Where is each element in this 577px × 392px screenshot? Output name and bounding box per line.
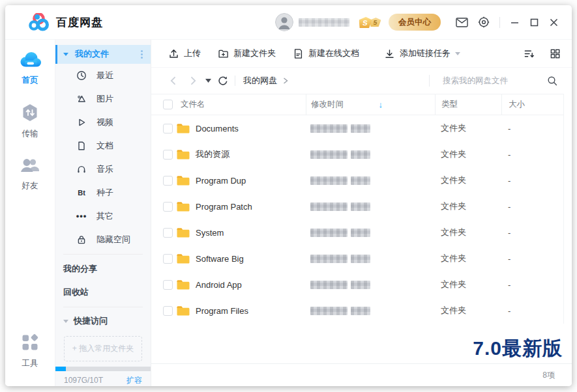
file-type: 文件夹 xyxy=(435,201,501,212)
row-checkbox[interactable] xyxy=(163,254,173,264)
file-type: 文件夹 xyxy=(435,175,501,186)
column-header-size[interactable]: 大小 xyxy=(501,94,563,115)
table-row[interactable]: Documents文件夹- xyxy=(151,115,563,141)
sidebar-item-label: 视频 xyxy=(96,117,113,128)
table-row[interactable]: Android App文件夹- xyxy=(151,272,563,298)
search-input[interactable] xyxy=(441,76,542,86)
more-menu-icon[interactable] xyxy=(141,50,143,59)
column-header-type[interactable]: 类型 xyxy=(435,94,501,115)
member-center-button[interactable]: 会员中心 xyxy=(389,14,441,31)
new-folder-button[interactable]: 新建文件夹 xyxy=(218,48,276,59)
search-icon[interactable] xyxy=(547,76,557,86)
sort-order-icon[interactable] xyxy=(521,46,537,61)
minimize-button[interactable] xyxy=(507,14,522,30)
file-type: 文件夹 xyxy=(435,148,501,160)
my-files-header[interactable]: 我的文件 xyxy=(55,45,151,64)
sidebar-item-label: 其它 xyxy=(96,210,113,222)
expand-storage-link[interactable]: 扩容 xyxy=(126,375,142,386)
file-name[interactable]: Program Dup xyxy=(196,176,306,186)
file-name[interactable]: Program Files xyxy=(196,306,306,316)
sidebar-item-2[interactable]: 图片 xyxy=(55,87,151,111)
sidebar-item-6[interactable]: Bt种子 xyxy=(55,181,151,204)
grid-view-icon[interactable] xyxy=(547,46,563,61)
file-name[interactable]: 我的资源 xyxy=(196,148,306,160)
row-checkbox[interactable] xyxy=(163,176,173,186)
upload-button[interactable]: 上传 xyxy=(168,48,201,59)
file-name[interactable]: Documents xyxy=(196,124,306,133)
forward-button[interactable] xyxy=(188,76,198,86)
user-avatar[interactable] xyxy=(275,13,293,31)
maximize-button[interactable] xyxy=(526,14,542,30)
sidebar-item-4[interactable]: 文档 xyxy=(55,134,151,158)
sidebar-shortcut-1[interactable]: 我的分享 xyxy=(55,257,151,281)
folder-icon xyxy=(176,175,190,186)
add-link-task-button[interactable]: 添加链接任务 xyxy=(384,48,460,59)
history-caret-icon[interactable] xyxy=(205,79,211,83)
clock-icon xyxy=(76,70,87,81)
divider xyxy=(63,307,143,307)
file-name[interactable]: Program Patch xyxy=(196,202,306,212)
new-online-doc-button[interactable]: 新建在线文档 xyxy=(293,48,359,59)
sidebar-item-home[interactable]: 首页 xyxy=(18,50,42,86)
sidebar-item-5[interactable]: 音乐 xyxy=(55,158,151,181)
sidebar-item-tools[interactable]: 工具 xyxy=(20,333,40,369)
vip-level-badge[interactable]: S 5 xyxy=(359,17,381,28)
sidebar-item-3[interactable]: 视频 xyxy=(55,111,151,134)
table-row[interactable]: Program Patch文件夹- xyxy=(151,193,563,219)
row-checkbox[interactable] xyxy=(163,280,173,290)
sidebar-item-8[interactable]: 隐藏空间 xyxy=(55,228,151,251)
settings-gear-icon[interactable] xyxy=(476,14,492,30)
file-size: - xyxy=(501,280,563,290)
sort-desc-icon[interactable]: ↓ xyxy=(379,100,383,109)
row-checkbox[interactable] xyxy=(163,202,173,212)
sidebar-item-label: 音乐 xyxy=(96,163,113,175)
file-name[interactable]: System xyxy=(196,228,306,238)
close-button[interactable] xyxy=(546,14,561,30)
transfer-icon xyxy=(20,103,40,125)
sidebar-item-friends[interactable]: 好友 xyxy=(20,156,40,191)
sidebar-item-7[interactable]: •••其它 xyxy=(55,204,151,228)
doc-icon xyxy=(76,141,87,151)
breadcrumb-chevron-icon xyxy=(283,77,288,84)
nav-rail: 首页 传输 xyxy=(5,40,55,386)
svip-s-icon: S xyxy=(358,17,372,28)
item-count: 8项 xyxy=(542,370,555,381)
new-folder-icon xyxy=(218,48,229,59)
table-row[interactable]: Program Dup文件夹- xyxy=(151,167,563,193)
select-all-checkbox[interactable] xyxy=(163,100,173,109)
main-content: 上传 新建文件夹 新建在线文档 xyxy=(151,40,572,386)
file-name[interactable]: Android App xyxy=(196,280,306,290)
storage-usage-label: 1097G/10T xyxy=(64,376,103,385)
divider xyxy=(235,76,235,86)
drop-folder-zone[interactable]: + 拖入常用文件夹 xyxy=(64,336,142,361)
row-checkbox[interactable] xyxy=(163,228,173,238)
sidebar-item-1[interactable]: 最近 xyxy=(55,64,151,87)
storage-progress-bar xyxy=(55,367,151,371)
column-header-name[interactable]: 文件名 xyxy=(181,99,306,110)
file-name[interactable]: Software Big xyxy=(196,254,306,264)
row-checkbox[interactable] xyxy=(163,150,173,160)
folder-icon xyxy=(176,279,190,290)
video-icon xyxy=(76,117,87,128)
table-row[interactable]: Program Files文件夹- xyxy=(151,298,563,324)
breadcrumb[interactable]: 我的网盘 xyxy=(243,75,277,87)
row-checkbox[interactable] xyxy=(163,306,173,316)
table-row[interactable]: Software Big文件夹- xyxy=(151,245,563,272)
column-header-time[interactable]: 修改时间 ↓ xyxy=(306,94,435,115)
table-row[interactable]: System文件夹- xyxy=(151,219,563,245)
quick-access-header[interactable]: 快捷访问 xyxy=(55,310,151,333)
file-type: 文件夹 xyxy=(435,305,501,316)
table-row[interactable]: 我的资源文件夹- xyxy=(151,141,563,167)
back-button[interactable] xyxy=(168,76,179,86)
modified-time-redacted xyxy=(306,150,435,159)
sidebar-shortcut-2[interactable]: 回收站 xyxy=(55,281,151,304)
row-checkbox[interactable] xyxy=(163,124,173,133)
file-size: - xyxy=(501,150,563,160)
refresh-button[interactable] xyxy=(218,76,228,86)
sidebar-item-transfer[interactable]: 传输 xyxy=(20,103,40,139)
username-redacted[interactable] xyxy=(299,18,349,27)
mail-icon[interactable] xyxy=(454,14,469,30)
path-bar: 我的网盘 xyxy=(151,68,572,94)
divider xyxy=(63,254,143,255)
sidebar-item-label: 最近 xyxy=(96,70,113,81)
